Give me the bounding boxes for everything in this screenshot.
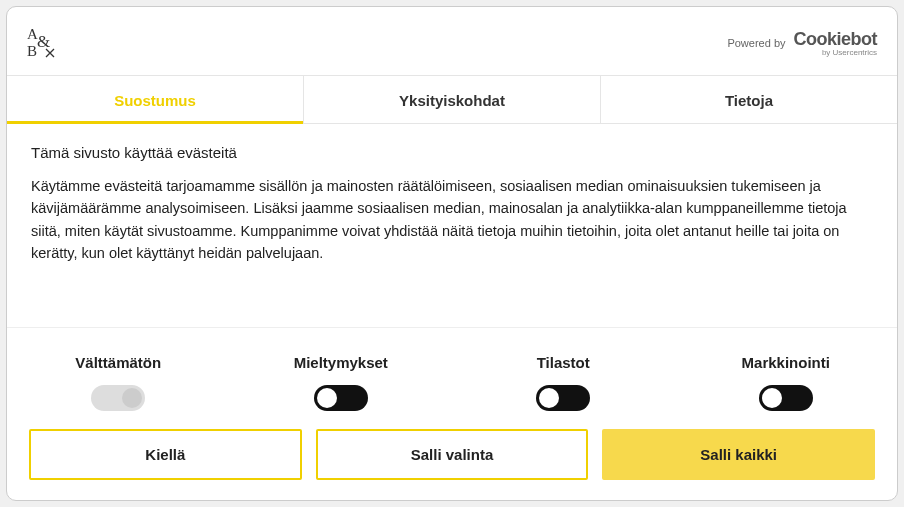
site-logo: A & B [27, 25, 57, 61]
svg-text:&: & [37, 32, 50, 51]
tab-label: Suostumus [114, 92, 196, 109]
category-preferences: Mieltymykset [230, 340, 453, 411]
cookie-consent-dialog: A & B Powered by Cookiebot by Usercentri… [6, 6, 898, 501]
category-necessary: Välttämätön [7, 340, 230, 411]
content-body: Käytämme evästeitä tarjoamamme sisällön … [31, 175, 873, 265]
consent-content: Tämä sivusto käyttää evästeitä Käytämme … [7, 124, 897, 327]
category-label: Markkinointi [742, 354, 830, 371]
cookie-categories: Välttämätön Mieltymykset Tilastot Markki… [7, 327, 897, 429]
tab-about[interactable]: Tietoja [601, 76, 897, 123]
toggle-necessary [91, 385, 145, 411]
tab-label: Tietoja [725, 92, 773, 109]
allow-selection-button[interactable]: Salli valinta [316, 429, 589, 480]
category-marketing: Markkinointi [675, 340, 898, 411]
category-label: Välttämätön [75, 354, 161, 371]
brand-name: Cookiebot [794, 30, 878, 48]
category-statistics: Tilastot [452, 340, 675, 411]
brand-subtitle: by Usercentrics [822, 49, 877, 57]
svg-text:B: B [27, 43, 37, 59]
tab-consent[interactable]: Suostumus [7, 76, 304, 123]
content-title: Tämä sivusto käyttää evästeitä [31, 144, 873, 161]
dialog-header: A & B Powered by Cookiebot by Usercentri… [7, 7, 897, 76]
deny-button[interactable]: Kiellä [29, 429, 302, 480]
cookiebot-logo[interactable]: Cookiebot by Usercentrics [794, 30, 878, 57]
toggle-marketing[interactable] [759, 385, 813, 411]
powered-by-label: Powered by [727, 37, 785, 49]
tab-label: Yksityiskohdat [399, 92, 505, 109]
category-label: Mieltymykset [294, 354, 388, 371]
tab-details[interactable]: Yksityiskohdat [304, 76, 601, 123]
action-buttons: Kiellä Salli valinta Salli kaikki [7, 429, 897, 500]
tab-bar: Suostumus Yksityiskohdat Tietoja [7, 76, 897, 124]
allow-all-button[interactable]: Salli kaikki [602, 429, 875, 480]
toggle-preferences[interactable] [314, 385, 368, 411]
toggle-statistics[interactable] [536, 385, 590, 411]
category-label: Tilastot [537, 354, 590, 371]
powered-by: Powered by Cookiebot by Usercentrics [727, 30, 877, 57]
